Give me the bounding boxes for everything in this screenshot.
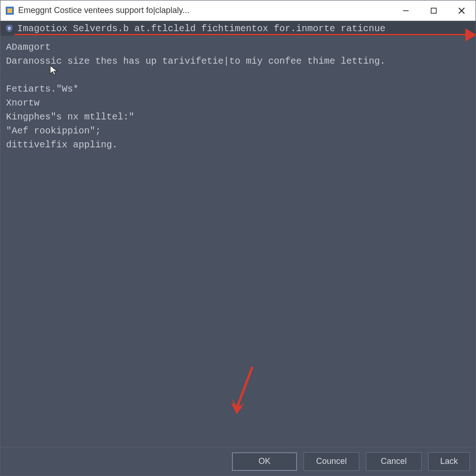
info-bar: Imagotiox Selverds.b at.ftlcleld fichtim… [0, 21, 476, 36]
button-bar: OK Councel Cancel Lack [0, 447, 476, 476]
annotation-underline [14, 34, 466, 35]
dialog-window: Emeggnt Costice ventees support fo|clapl… [0, 0, 476, 476]
window-title: Emeggnt Costice ventees support fo|clapl… [18, 6, 190, 15]
annotation-arrow-down-icon [228, 364, 256, 420]
svg-marker-6 [231, 403, 242, 414]
titlebar: Emeggnt Costice ventees support fo|clapl… [0, 0, 476, 21]
minimize-button[interactable] [392, 0, 420, 20]
councel-button[interactable]: Councel [304, 452, 359, 471]
info-bar-text: Imagotiox Selverds.b at.ftlcleld fichtim… [17, 23, 385, 34]
content-area: Imagotiox Selverds.b at.ftlcleld fichtim… [0, 21, 476, 447]
close-button[interactable] [448, 0, 476, 20]
window-controls [392, 0, 476, 20]
lack-button[interactable]: Lack [428, 452, 470, 471]
svg-rect-3 [431, 8, 436, 13]
cancel-button[interactable]: Cancel [366, 452, 422, 471]
svg-rect-1 [7, 8, 12, 13]
body-text: ADamgort Daranossic size thes has up tar… [0, 36, 476, 156]
ok-button[interactable]: OK [232, 452, 297, 471]
maximize-button[interactable] [420, 0, 448, 20]
app-icon [5, 6, 14, 15]
annotation-arrow-right-icon [465, 28, 476, 41]
shield-icon [5, 24, 13, 33]
